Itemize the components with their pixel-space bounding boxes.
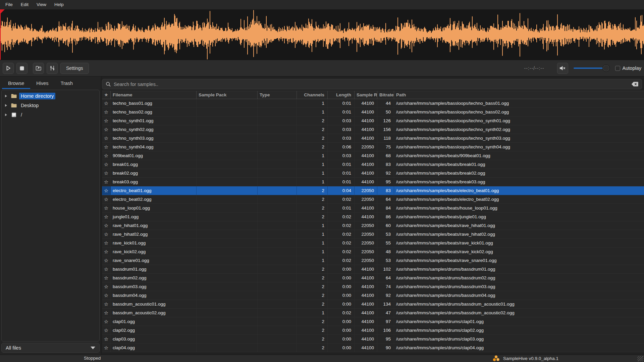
menu-item-file[interactable]: File (1, 0, 17, 9)
settings-button[interactable]: Settings (60, 63, 89, 74)
table-row[interactable]: ☆ bassdrum01.ogg 2 0:00 44100 102 /usr/s… (102, 265, 644, 274)
open-in-filemanager-button[interactable] (33, 63, 44, 74)
stop-button[interactable] (16, 63, 28, 74)
table-row[interactable]: ☆ techno_bass02.ogg 1 0:01 44100 50 /usr… (102, 108, 644, 117)
table-row[interactable]: ☆ techno_synth03.ogg 2 0:03 44100 118 /u… (102, 134, 644, 143)
table-row[interactable]: ☆ rave_kick01.ogg 1 0:02 22050 55 /usr/s… (102, 239, 644, 247)
table-row[interactable]: ☆ techno_synth01.ogg 2 0:03 44100 126 /u… (102, 117, 644, 125)
favorite-star-icon[interactable]: ☆ (102, 239, 111, 247)
menu-item-view[interactable]: View (33, 0, 50, 9)
favorite-star-icon[interactable]: ☆ (102, 265, 111, 273)
favorite-star-icon[interactable]: ☆ (102, 282, 111, 291)
column-header-sample-rate[interactable]: Sample Rate (355, 91, 377, 99)
file-filter-dropdown[interactable]: All files (1, 343, 100, 353)
favorite-star-icon[interactable]: ☆ (102, 108, 111, 116)
cell-sample-rate: 44100 (355, 274, 377, 282)
cell-sample-pack (197, 335, 258, 343)
play-button[interactable] (3, 63, 14, 74)
table-row[interactable]: ☆ rave_kick02.ogg 1 0:02 22050 48 /usr/s… (102, 247, 644, 256)
table-row[interactable]: ☆ rave_hihat02.ogg 1 0:02 22050 53 /usr/… (102, 230, 644, 239)
column-header-filename[interactable]: Filename (111, 91, 197, 99)
waveform-view[interactable] (0, 9, 644, 60)
favorite-star-icon[interactable]: ☆ (102, 256, 111, 265)
table-row[interactable]: ☆ rave_hihat01.ogg 1 0:02 22050 60 /usr/… (102, 221, 644, 230)
favorite-star-icon[interactable]: ☆ (102, 335, 111, 343)
column-header-type[interactable]: Type (258, 91, 297, 99)
tree-item-label[interactable]: Desktop (19, 102, 40, 109)
table-row[interactable]: ☆ break03.ogg 1 0:01 44100 95 /usr/share… (102, 178, 644, 186)
column-header-path[interactable]: Path (394, 91, 644, 99)
table-row[interactable]: ☆ bassdrum03.ogg 2 0:00 44100 74 /usr/sh… (102, 282, 644, 291)
favorite-star-icon[interactable]: ☆ (102, 309, 111, 317)
table-row[interactable]: ☆ 909beat01.ogg 1 0:03 44100 68 /usr/sha… (102, 151, 644, 160)
favorite-star-icon[interactable]: ☆ (102, 326, 111, 334)
table-row[interactable]: ☆ jungle01.ogg 2 0:02 44100 86 /usr/shar… (102, 213, 644, 221)
favorite-star-icon[interactable]: ☆ (102, 186, 111, 195)
table-row[interactable]: ☆ bassdrum04.ogg 2 0:00 44100 92 /usr/sh… (102, 291, 644, 300)
search-bar[interactable] (102, 79, 642, 89)
table-row[interactable]: ☆ techno_bass01.ogg 1 0:01 44100 44 /usr… (102, 99, 644, 108)
favorite-star-icon[interactable]: ☆ (102, 160, 111, 169)
table-row[interactable]: ☆ techno_synth02.ogg 2 0:03 44100 156 /u… (102, 125, 644, 134)
loop-ab-button[interactable] (47, 63, 58, 74)
favorite-star-icon[interactable]: ☆ (102, 195, 111, 203)
expand-arrow-icon[interactable] (5, 114, 7, 116)
table-row[interactable]: ☆ bassdrum_acoustic02.ogg 1 0:02 44100 4… (102, 309, 644, 317)
table-row[interactable]: ☆ electro_beat02.ogg 2 0:02 22050 64 /us… (102, 195, 644, 204)
table-row[interactable]: ☆ clap04.ogg 2 0:00 44100 90 /usr/share/… (102, 344, 644, 352)
tree-item-label[interactable]: / (19, 111, 24, 118)
favorite-star-icon[interactable]: ☆ (102, 99, 111, 107)
favorite-star-icon[interactable]: ☆ (102, 274, 111, 282)
tree-item-root[interactable]: / (2, 110, 99, 120)
expand-arrow-icon[interactable] (5, 95, 7, 97)
table-row[interactable]: ☆ bassdrum02.ogg 2 0:00 44100 64 /usr/sh… (102, 274, 644, 282)
volume-slider-knob[interactable] (602, 64, 610, 72)
favorite-star-icon[interactable]: ☆ (102, 169, 111, 177)
column-header-channels[interactable]: Channels (297, 91, 328, 99)
favorite-star-icon[interactable]: ☆ (102, 143, 111, 151)
search-input[interactable] (114, 82, 631, 87)
tab-hives[interactable]: Hives (30, 79, 54, 89)
table-row[interactable]: ☆ break01.ogg 1 0:01 44100 83 /usr/share… (102, 160, 644, 169)
favorite-star-icon[interactable]: ☆ (102, 134, 111, 142)
favorite-star-icon[interactable]: ☆ (102, 213, 111, 221)
favorite-star-icon[interactable]: ☆ (102, 247, 111, 256)
autoplay-checkbox[interactable] (615, 66, 620, 71)
menu-item-help[interactable]: Help (50, 0, 68, 9)
tree-item-home-directory[interactable]: Home directory (2, 91, 99, 101)
column-header-length[interactable]: Length (328, 91, 355, 99)
favorite-star-icon[interactable]: ☆ (102, 125, 111, 134)
favorite-star-icon[interactable]: ☆ (102, 291, 111, 300)
tree-item-label[interactable]: Home directory (19, 93, 55, 99)
resize-grip[interactable] (637, 356, 643, 361)
table-row[interactable]: ☆ clap03.ogg 2 0:00 44100 95 /usr/share/… (102, 335, 644, 344)
favorite-star-icon[interactable]: ☆ (102, 117, 111, 125)
tab-browse[interactable]: Browse (2, 79, 30, 89)
table-row[interactable]: ☆ rave_snare01.ogg 1 0:02 22050 53 /usr/… (102, 256, 644, 265)
table-row[interactable]: ☆ electro_beat01.ogg 2 0:04 22050 83 /us… (102, 186, 644, 195)
table-row[interactable]: ☆ break02.ogg 1 0:01 44100 92 /usr/share… (102, 169, 644, 178)
table-row[interactable]: ☆ bassdrum_acoustic01.ogg 2 0:00 44100 1… (102, 300, 644, 309)
column-header-sample-pack[interactable]: Sample Pack (197, 91, 258, 99)
favorite-star-icon[interactable]: ☆ (102, 317, 111, 326)
favorite-star-icon[interactable]: ☆ (102, 230, 111, 238)
column-header-bitrate[interactable]: Bitrate (377, 91, 394, 99)
tab-trash[interactable]: Trash (55, 79, 79, 89)
table-row[interactable]: ☆ house_loop01.ogg 2 0:01 44100 84 /usr/… (102, 204, 644, 213)
table-row[interactable]: ☆ techno_synth04.ogg 2 0:06 22050 75 /us… (102, 143, 644, 151)
menu-item-edit[interactable]: Edit (17, 0, 33, 9)
favorite-star-icon[interactable]: ☆ (102, 344, 111, 352)
table-row[interactable]: ☆ clap02.ogg 2 0:00 44100 106 /usr/share… (102, 326, 644, 335)
favorite-star-icon[interactable]: ☆ (102, 151, 111, 160)
favorite-star-icon[interactable]: ☆ (102, 204, 111, 212)
table-row[interactable]: ☆ clap01.ogg 2 0:00 44100 97 /usr/share/… (102, 317, 644, 326)
favorite-star-icon[interactable]: ☆ (102, 178, 111, 186)
clear-search-icon[interactable] (631, 82, 638, 87)
mute-button[interactable] (557, 63, 568, 74)
tree-item-desktop[interactable]: Desktop (2, 101, 99, 110)
column-header-favorite[interactable]: ★ (102, 91, 111, 99)
favorite-star-icon[interactable]: ☆ (102, 300, 111, 308)
favorite-star-icon[interactable]: ☆ (102, 221, 111, 230)
expand-arrow-icon[interactable] (5, 104, 7, 107)
volume-slider[interactable] (574, 67, 610, 69)
